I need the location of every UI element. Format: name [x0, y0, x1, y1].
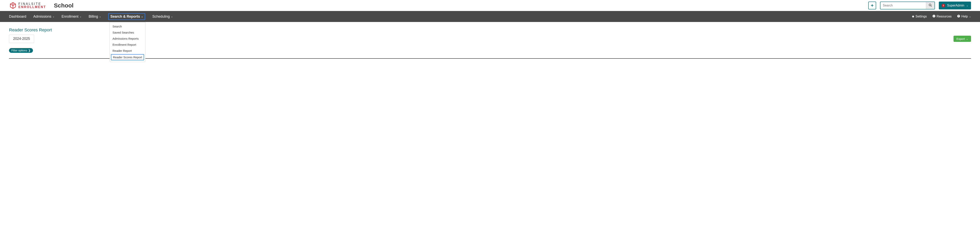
add-button[interactable]: +	[868, 2, 876, 10]
filter-label: Filter options	[11, 49, 27, 52]
dropdown-item-reader-scores-report[interactable]: Reader Scores Report	[111, 54, 144, 60]
logo: FINALSITE ENROLLMENT	[9, 2, 46, 10]
svg-point-0	[929, 4, 931, 6]
nav-label: Billing	[89, 14, 98, 19]
search-icon	[929, 3, 932, 8]
search-box	[880, 2, 935, 10]
nav-util-label: Settings	[915, 15, 927, 18]
year-selector[interactable]: 2024-2025	[9, 35, 34, 43]
dropdown-item-reader-report[interactable]: Reader Report	[110, 48, 145, 54]
nav-enrollment[interactable]: Enrollment ⌄	[62, 11, 81, 22]
svg-text:i: i	[934, 15, 934, 17]
nav-util-label: Resources	[937, 15, 951, 18]
nav-billing[interactable]: Billing ⌄	[89, 11, 101, 22]
gear-icon: ✸	[912, 15, 914, 18]
svg-text:?: ?	[958, 15, 959, 17]
nav-label: Admissions	[33, 14, 51, 19]
export-button[interactable]: Export ⌄	[953, 36, 971, 42]
dropdown-item-enrollment-report[interactable]: Enrollment Report	[110, 42, 145, 48]
dropdown-item-admissions-reports[interactable]: Admissions Reports	[110, 35, 145, 42]
user-name: SuperAdmin	[947, 4, 964, 7]
search-button[interactable]	[926, 2, 934, 9]
nav-search-reports[interactable]: Search & Reports ⌄	[108, 13, 145, 20]
chevron-down-icon: ⌄	[966, 4, 968, 7]
plus-icon: +	[871, 3, 873, 8]
school-name: School	[54, 2, 73, 9]
filter-options-button[interactable]: Filter options ❯	[9, 48, 33, 53]
svg-line-1	[931, 6, 932, 6]
page-content: Reader Scores Report 2024-2025 Export ⌄ …	[0, 22, 980, 64]
nav-resources[interactable]: i Resources	[932, 14, 951, 18]
nav-bar: Dashboard Admissions ⌄ Enrollment ⌄ Bill…	[0, 11, 980, 22]
chevron-down-icon: ⌄	[99, 15, 101, 18]
nav-settings[interactable]: ✸ Settings	[912, 14, 927, 18]
chevron-down-icon: ⌄	[966, 37, 968, 40]
finalsite-logo-icon	[9, 2, 17, 10]
chevron-right-icon: ❯	[28, 49, 30, 52]
nav-label: Enrollment	[62, 14, 78, 19]
nav-dashboard[interactable]: Dashboard	[9, 11, 26, 22]
nav-label: Search & Reports	[110, 14, 140, 19]
nav-label: Dashboard	[9, 14, 26, 19]
chevron-down-icon: ⌄	[171, 15, 173, 18]
year-value: 2024-2025	[13, 37, 30, 41]
dropdown-item-search[interactable]: Search	[110, 23, 145, 29]
chevron-down-icon: ⌄	[141, 15, 143, 18]
search-reports-dropdown: Search Saved Searches Admissions Reports…	[110, 22, 145, 62]
chevron-down-icon: ⌄	[969, 15, 971, 18]
nav-help[interactable]: ? Help ⌄	[957, 14, 971, 18]
chevron-down-icon: ⌄	[52, 15, 54, 18]
dropdown-item-saved-searches[interactable]: Saved Searches	[110, 29, 145, 35]
export-label: Export	[956, 37, 965, 40]
user-menu[interactable]: 3 SuperAdmin ⌄	[939, 2, 971, 10]
chevron-down-icon: ⌄	[80, 15, 81, 18]
search-input[interactable]	[880, 2, 926, 9]
notification-badge: 3	[942, 4, 945, 7]
help-icon: ?	[957, 14, 960, 18]
nav-util-label: Help	[961, 15, 968, 18]
top-bar: FINALSITE ENROLLMENT School + 3 SuperAdm…	[0, 0, 980, 11]
brand-line2: ENROLLMENT	[18, 5, 46, 9]
brand-line1: FINALSITE	[18, 2, 46, 5]
nav-scheduling[interactable]: Scheduling ⌄	[152, 11, 173, 22]
nav-admissions[interactable]: Admissions ⌄	[33, 11, 54, 22]
info-icon: i	[932, 14, 935, 18]
divider	[9, 58, 971, 59]
nav-label: Scheduling	[152, 14, 170, 19]
page-title: Reader Scores Report	[9, 27, 971, 33]
